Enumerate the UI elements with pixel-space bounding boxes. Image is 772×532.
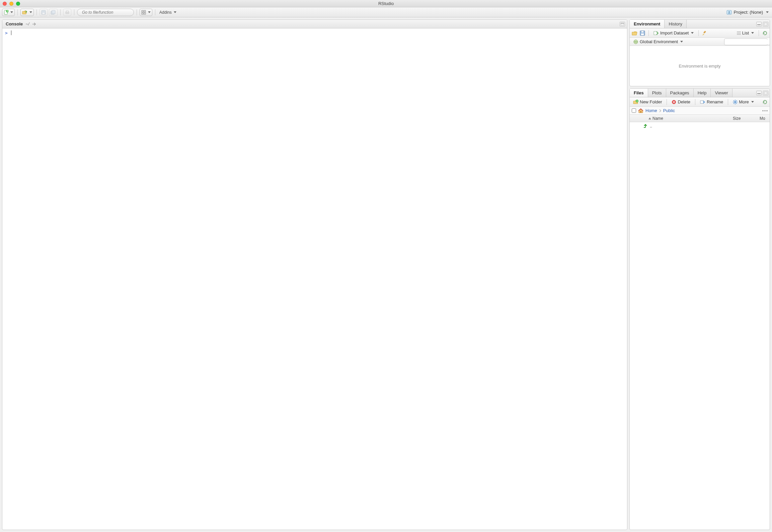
files-refresh-button[interactable] — [762, 99, 768, 105]
tab-packages[interactable]: Packages — [666, 89, 694, 97]
minimize-window-button[interactable] — [9, 2, 13, 6]
files-table-header: Name Size Mo — [630, 115, 770, 122]
files-breadcrumb: Home Public — [630, 107, 770, 115]
env-search[interactable] — [724, 38, 768, 45]
chevron-right-icon — [659, 109, 661, 112]
rename-icon — [700, 100, 705, 104]
save-button[interactable] — [40, 9, 48, 16]
tab-viewer[interactable]: Viewer — [711, 89, 732, 97]
addins-menu[interactable]: Addins — [158, 9, 178, 16]
goto-file-function[interactable] — [77, 9, 134, 16]
svg-rect-9 — [144, 10, 146, 12]
breadcrumb-public[interactable]: Public — [663, 108, 675, 113]
svg-line-40 — [736, 100, 737, 101]
gear-icon — [733, 100, 738, 104]
svg-point-45 — [767, 110, 768, 111]
toolbar-separator — [698, 30, 699, 36]
sort-ascending-icon — [648, 117, 651, 119]
workspace-panes-button[interactable] — [140, 9, 152, 16]
workspace: Console ~/ > Environment Hi — [0, 17, 772, 532]
svg-point-44 — [765, 110, 766, 111]
print-button[interactable] — [63, 9, 71, 16]
right-column: Environment History Import Dataset — [629, 19, 770, 530]
toolbar-separator — [60, 9, 61, 15]
home-button[interactable] — [638, 108, 643, 113]
parent-directory-label: .. — [650, 123, 652, 128]
ellipsis-icon — [762, 110, 768, 112]
import-dataset-menu[interactable]: Import Dataset — [652, 30, 695, 35]
files-maximize-button[interactable] — [763, 91, 768, 95]
env-load-button[interactable] — [632, 30, 638, 36]
svg-rect-5 — [52, 10, 55, 14]
print-icon — [65, 10, 70, 15]
parent-directory-row[interactable]: .. — [630, 122, 770, 129]
new-folder-label: New Folder — [640, 99, 662, 104]
env-scope-selector[interactable]: Global Environment — [632, 39, 684, 45]
close-window-button[interactable] — [3, 2, 7, 6]
env-search-input[interactable] — [728, 39, 770, 44]
env-toolbar: Import Dataset List — [630, 28, 770, 38]
files-toolbar: New Folder Delete Rename More — [630, 97, 770, 107]
environment-pane: Environment History Import Dataset — [629, 19, 770, 86]
breadcrumb-home[interactable]: Home — [645, 108, 657, 113]
console-prompt: > — [5, 30, 8, 35]
new-folder-button[interactable]: New Folder — [632, 99, 663, 104]
window-title: RStudio — [0, 1, 772, 6]
project-menu[interactable]: Project: (None) — [726, 10, 770, 15]
save-icon — [41, 10, 46, 15]
list-icon — [737, 31, 741, 35]
tab-files[interactable]: Files — [630, 89, 648, 97]
column-modified[interactable]: Mo — [760, 116, 770, 121]
refresh-icon — [762, 99, 768, 105]
breadcrumb-more-button[interactable] — [762, 110, 768, 112]
toolbar-separator — [728, 99, 728, 105]
env-minimize-button[interactable] — [756, 22, 762, 26]
svg-rect-19 — [641, 33, 644, 35]
svg-rect-11 — [144, 13, 146, 14]
console-body[interactable]: > — [2, 28, 627, 530]
env-clear-button[interactable] — [702, 30, 707, 36]
svg-rect-3 — [43, 13, 45, 14]
tab-history[interactable]: History — [665, 20, 686, 28]
window-icon — [621, 23, 624, 25]
save-all-button[interactable] — [49, 9, 58, 16]
zoom-window-button[interactable] — [16, 2, 20, 6]
svg-rect-17 — [764, 23, 767, 25]
delete-button[interactable]: Delete — [670, 99, 692, 104]
env-maximize-button[interactable] — [763, 22, 768, 26]
tab-help[interactable]: Help — [694, 89, 711, 97]
env-scope-label: Global Environment — [640, 39, 678, 44]
open-file-button[interactable] — [20, 9, 34, 16]
svg-rect-14 — [621, 23, 624, 25]
new-file-button[interactable] — [2, 9, 15, 16]
tab-environment[interactable]: Environment — [630, 20, 665, 28]
rename-label: Rename — [707, 99, 723, 104]
column-name[interactable]: Name — [639, 116, 733, 121]
rename-button[interactable]: Rename — [699, 99, 724, 104]
env-scope-row: Global Environment — [630, 38, 770, 46]
env-refresh-button[interactable] — [762, 30, 768, 36]
toolbar-separator — [648, 30, 649, 36]
globe-icon — [633, 39, 638, 45]
popout-arrow-icon — [32, 22, 37, 26]
files-minimize-button[interactable] — [756, 91, 762, 95]
env-view-mode[interactable]: List — [736, 30, 755, 35]
project-icon — [726, 10, 732, 15]
column-size[interactable]: Size — [733, 116, 760, 121]
select-all-checkbox[interactable] — [632, 108, 636, 113]
env-save-button[interactable] — [640, 30, 645, 36]
goto-input[interactable] — [82, 10, 133, 15]
console-window-button[interactable] — [620, 22, 625, 26]
more-menu[interactable]: More — [731, 99, 755, 104]
breadcrumb-separator — [659, 109, 661, 112]
tab-plots[interactable]: Plots — [648, 89, 666, 97]
console-wd-browse-button[interactable] — [32, 22, 37, 26]
toolbar-separator — [155, 9, 155, 15]
console-path: ~/ — [25, 21, 29, 26]
files-tabs: Files Plots Packages Help Viewer — [630, 89, 770, 97]
panes-icon — [141, 10, 146, 15]
broom-icon — [702, 30, 707, 36]
env-empty-message: Environment is empty — [630, 46, 770, 86]
svg-rect-20 — [641, 31, 643, 32]
env-view-mode-label: List — [742, 30, 749, 35]
